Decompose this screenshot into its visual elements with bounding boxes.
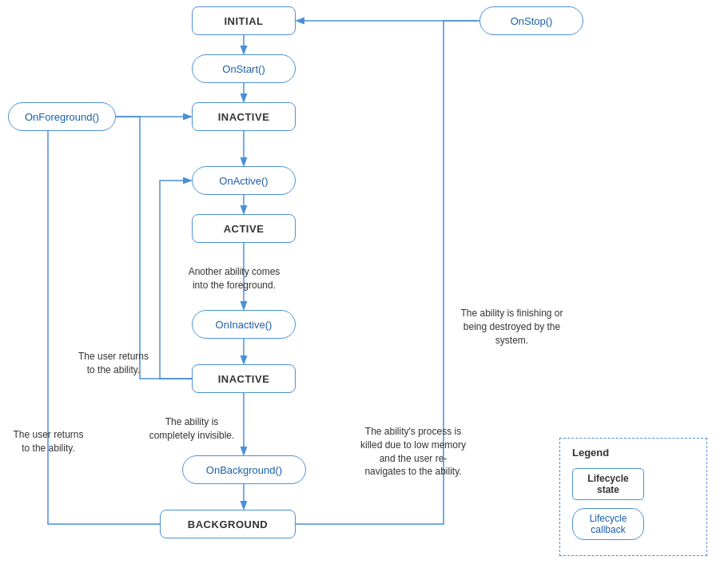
onactive-callback: OnActive(): [192, 166, 296, 195]
legend-box: Legend Lifecyclestate Lifecyclecallback: [559, 438, 707, 556]
onstart-callback: OnStart(): [192, 54, 296, 83]
inactive-top-state: INACTIVE: [192, 102, 296, 131]
background-state: BACKGROUND: [160, 510, 296, 538]
user-returns-bottom-label: The user returnsto the ability.: [6, 428, 90, 455]
initial-state: INITIAL: [192, 6, 296, 35]
onstop-callback: OnStop(): [479, 6, 583, 35]
legend-state-node: Lifecyclestate: [572, 468, 644, 500]
another-ability-label: Another ability comesinto the foreground…: [174, 265, 294, 292]
legend-state-item: Lifecyclestate: [572, 468, 694, 500]
legend-callback-item: Lifecyclecallback: [572, 508, 694, 540]
diagram-container: INITIAL OnStart() INACTIVE OnActive() AC…: [0, 0, 728, 564]
onbackground-callback: OnBackground(): [182, 455, 306, 484]
oninactive-callback: OnInactive(): [192, 310, 296, 339]
user-returns-top-label: The user returnsto the ability.: [66, 350, 161, 377]
legend-callback-node: Lifecyclecallback: [572, 508, 644, 540]
onforeground-callback: OnForeground(): [8, 102, 116, 131]
inactive-bottom-state: INACTIVE: [192, 364, 296, 393]
low-memory-label: The ability's process iskilled due to lo…: [345, 425, 481, 479]
finishing-label: The ability is finishing orbeing destroy…: [446, 307, 578, 347]
active-state: ACTIVE: [192, 214, 296, 243]
completely-invisible-label: The ability iscompletely invisible.: [132, 415, 252, 443]
legend-title: Legend: [572, 447, 694, 459]
